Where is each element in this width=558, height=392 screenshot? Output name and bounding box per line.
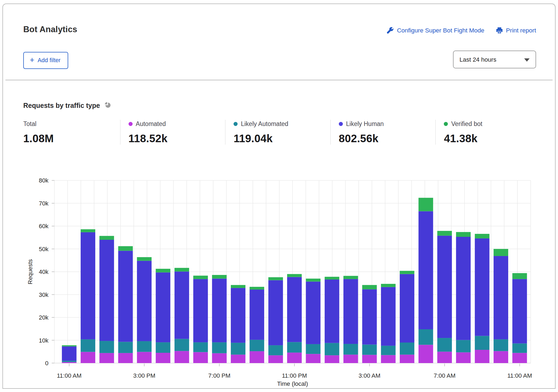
page-title: Bot Analytics: [23, 25, 77, 34]
bar-segment-likely-human: [137, 261, 152, 341]
bar-segment-automated: [62, 362, 77, 363]
stat-label: Total: [23, 120, 37, 128]
bar-segment-verified-bot: [419, 198, 433, 211]
legend-dot: [444, 122, 448, 126]
bar-segment-automated: [156, 353, 170, 363]
bar-segment-likely-automated: [250, 340, 264, 351]
configure-super-bot-fight-mode-link[interactable]: Configure Super Bot Fight Mode: [387, 27, 484, 34]
x-tick-label: 11:00 AM: [507, 372, 532, 379]
bar-segment-likely-automated: [193, 342, 208, 352]
bar-segment-likely-human: [62, 346, 77, 361]
stat-column: Verified bot 41.38k: [435, 120, 541, 145]
add-filter-label: Add filter: [38, 57, 61, 64]
bar-segment-verified-bot: [362, 285, 377, 289]
bar-segment-automated: [137, 352, 152, 363]
y-tick-label: 10k: [39, 337, 49, 344]
bar-segment-automated: [475, 350, 490, 363]
bar-segment-verified-bot: [99, 236, 114, 240]
stat-value: 118.52k: [129, 132, 225, 145]
bar-segment-verified-bot: [62, 345, 77, 346]
y-tick-label: 50k: [39, 246, 49, 253]
x-tick-label: 7:00 AM: [434, 372, 456, 379]
x-tick-label: 3:00 AM: [359, 372, 380, 379]
bar-segment-likely-human: [306, 282, 320, 344]
bar-segment-automated: [494, 351, 508, 363]
stat-column: Likely Automated 119.04k: [225, 120, 330, 145]
bar-segment-verified-bot: [381, 284, 396, 287]
bar-segment-likely-automated: [437, 338, 452, 352]
bar-segment-likely-human: [419, 211, 433, 329]
bar-segment-likely-human: [193, 279, 208, 342]
bar-segment-likely-automated: [512, 343, 527, 353]
bar-segment-likely-human: [81, 232, 95, 339]
bar-segment-verified-bot: [400, 271, 414, 274]
x-tick-label: 3:00 PM: [133, 372, 155, 379]
bar-segment-verified-bot: [287, 274, 302, 277]
bar-segment-likely-automated: [343, 344, 358, 355]
x-tick-label: 11:00 PM: [282, 372, 307, 379]
stat-column: Automated 118.52k: [120, 120, 225, 145]
print-report-link[interactable]: Print report: [496, 27, 536, 34]
section-title: Requests by traffic type: [23, 102, 100, 109]
bar-segment-automated: [212, 353, 227, 363]
bar-segment-automated: [419, 345, 433, 363]
time-range-select[interactable]: Last 24 hours: [453, 51, 536, 68]
add-filter-button[interactable]: + Add filter: [23, 52, 68, 69]
bar-segment-verified-bot: [156, 269, 170, 273]
bar-segment-likely-automated: [362, 345, 377, 355]
bar-segment-likely-automated: [400, 343, 414, 355]
x-tick-label: 11:00 AM: [57, 372, 81, 379]
bar-segment-likely-human: [343, 279, 358, 344]
legend-dot: [234, 122, 238, 126]
y-tick-label: 0: [45, 360, 48, 367]
bar-segment-verified-bot: [343, 276, 358, 279]
bar-segment-automated: [512, 353, 527, 363]
bar-segment-likely-automated: [381, 346, 396, 355]
bar-segment-likely-human: [475, 238, 490, 336]
bar-segment-likely-human: [156, 273, 170, 342]
bar-segment-likely-human: [231, 288, 245, 343]
bar-segment-likely-automated: [212, 342, 227, 353]
bar-segment-likely-human: [250, 290, 264, 340]
bar-segment-likely-automated: [494, 339, 508, 351]
bar-segment-likely-automated: [137, 341, 152, 352]
bar-segment-automated: [362, 355, 377, 363]
configure-link-label: Configure Super Bot Fight Mode: [397, 27, 484, 34]
section-title-row: Requests by traffic type: [23, 101, 111, 109]
bar-segment-likely-automated: [156, 342, 170, 353]
stat-column: Total 1.08M: [23, 120, 120, 145]
bar-segment-verified-bot: [81, 229, 95, 232]
stat-label: Automated: [136, 120, 166, 128]
bar-segment-likely-automated: [325, 343, 339, 356]
bar-segment-likely-human: [512, 279, 527, 343]
bar-segment-likely-human: [287, 277, 302, 342]
bar-segment-likely-human: [494, 256, 508, 339]
bar-segment-verified-bot: [175, 268, 189, 272]
bar-segment-verified-bot: [456, 232, 471, 237]
x-tick-label: 7:00 PM: [208, 372, 231, 379]
bar-segment-likely-automated: [419, 329, 433, 345]
y-tick-label: 30k: [39, 291, 49, 298]
bar-segment-likely-automated: [287, 342, 302, 353]
printer-icon: [496, 27, 503, 34]
bar-segment-automated: [437, 352, 452, 363]
bar-segment-likely-human: [175, 271, 189, 339]
stat-value: 119.04k: [234, 132, 330, 145]
bar-segment-likely-human: [362, 289, 377, 344]
bar-segment-automated: [456, 352, 471, 363]
y-axis-title: Requests: [27, 259, 34, 284]
bar-segment-likely-human: [99, 240, 114, 341]
legend-dot: [339, 122, 343, 126]
stat-label: Likely Automated: [241, 120, 288, 128]
time-range-dropdown: Last 24 hours: [453, 51, 536, 68]
bar-segment-likely-automated: [231, 343, 245, 355]
bar-segment-automated: [99, 353, 114, 363]
bar-segment-likely-human: [325, 280, 339, 343]
bar-segment-likely-human: [118, 251, 133, 342]
bar-segment-likely-automated: [81, 339, 95, 352]
stat-value: 802.56k: [339, 132, 436, 145]
bar-segment-verified-bot: [475, 234, 490, 238]
y-tick-label: 80k: [39, 177, 49, 184]
bar-segment-verified-bot: [494, 249, 508, 256]
bar-segment-verified-bot: [137, 257, 152, 261]
